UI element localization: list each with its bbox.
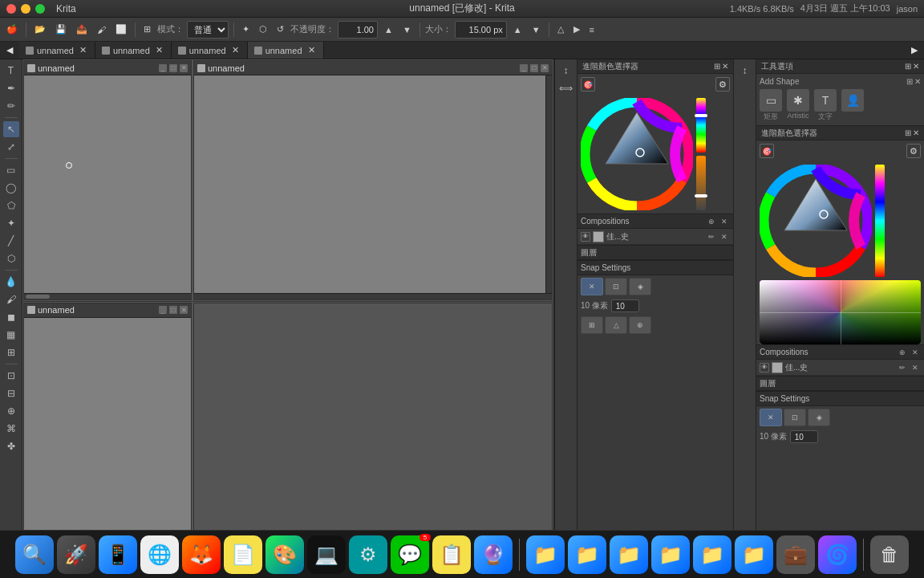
- comp-1-close[interactable]: ✕: [719, 216, 730, 227]
- dock-folder5[interactable]: 📁: [693, 535, 732, 574]
- shape-icon-rect[interactable]: ▭: [760, 89, 782, 112]
- tool-gradient[interactable]: ▦: [3, 327, 19, 343]
- dock-firefox[interactable]: 🦊: [182, 535, 221, 574]
- dock-briefcase[interactable]: 💼: [776, 535, 815, 574]
- layer-eye-2[interactable]: 👁: [760, 363, 769, 372]
- snap-btn-7[interactable]: ✕: [760, 409, 782, 426]
- open-button[interactable]: 📂: [31, 21, 49, 39]
- tool-options-expand[interactable]: ⊞: [905, 62, 911, 71]
- snap-btn-3[interactable]: ◈: [629, 278, 651, 295]
- new-button[interactable]: 🍎: [3, 21, 21, 39]
- compositions-2-header[interactable]: Compositions ⊕ ✕: [756, 345, 924, 360]
- dock-folder2[interactable]: 📁: [568, 535, 606, 574]
- tab-2-close[interactable]: ✕: [155, 46, 164, 55]
- dock-safari[interactable]: 🔮: [474, 535, 513, 574]
- snap-grid-size-input-2[interactable]: [790, 430, 818, 443]
- layer-2-btn-del[interactable]: ✕: [910, 362, 921, 373]
- color-pick-tool-2[interactable]: 🎯: [760, 144, 774, 158]
- maximize-button[interactable]: [35, 4, 45, 14]
- color-square-2[interactable]: [760, 280, 921, 344]
- extra-btn[interactable]: ≡: [586, 21, 598, 39]
- comp-2-btn1[interactable]: ⊕: [897, 347, 908, 358]
- mode-select[interactable]: 普通: [187, 21, 229, 39]
- comp-1-btn1[interactable]: ⊕: [706, 216, 717, 227]
- size-input[interactable]: [455, 21, 507, 39]
- tab-1-close[interactable]: ✕: [79, 46, 88, 55]
- dock-notes[interactable]: 📄: [224, 535, 262, 574]
- color-picker-1-expand[interactable]: ⊞: [714, 62, 720, 71]
- color-wheel-2[interactable]: [760, 165, 872, 277]
- rt-btn-2[interactable]: ⟺: [558, 80, 574, 96]
- tool-btn3[interactable]: ↺: [274, 21, 287, 39]
- dock-stickies[interactable]: 📋: [432, 535, 471, 574]
- layer-1-header[interactable]: 圖層: [578, 246, 733, 260]
- tool-path[interactable]: ✦: [3, 215, 19, 231]
- dock-krita[interactable]: 🎨: [265, 535, 304, 574]
- color-picker-2-close[interactable]: ✕: [913, 128, 919, 137]
- shape-text[interactable]: T 文字: [814, 89, 837, 122]
- tab-3[interactable]: unnamed ✕: [172, 42, 248, 59]
- minimize-button[interactable]: [21, 4, 30, 14]
- dock-app2[interactable]: 🌀: [818, 535, 857, 574]
- sat-slider-1[interactable]: [696, 156, 706, 210]
- snap-btn-5[interactable]: △: [605, 316, 627, 334]
- snap-btn-9[interactable]: ◈: [808, 409, 830, 426]
- snap-btn-1[interactable]: ✕: [581, 278, 603, 295]
- hue-slider-1[interactable]: [696, 98, 706, 153]
- tab-3-close[interactable]: ✕: [231, 46, 241, 55]
- play-btn[interactable]: ▶: [570, 21, 583, 39]
- dock-arduino[interactable]: ⚙: [349, 535, 387, 574]
- canvas-pane-2-maximize[interactable]: □: [530, 64, 538, 72]
- canvas-pane-2-body[interactable]: [194, 75, 552, 293]
- snap-btn-4[interactable]: ⊞: [581, 316, 603, 334]
- shape-artistic[interactable]: ✱ Artistic: [787, 89, 809, 122]
- canvas-pane-1-close[interactable]: ✕: [180, 64, 188, 72]
- brush-button[interactable]: 🖌: [94, 21, 109, 39]
- mid-btn-1[interactable]: ↕: [737, 63, 753, 79]
- tool-eyedropper[interactable]: 💧: [3, 274, 19, 290]
- tool-zoom[interactable]: ⊡: [3, 368, 19, 384]
- tab-2[interactable]: unnamed ✕: [95, 42, 172, 59]
- grid-btn[interactable]: ⊞: [140, 21, 154, 39]
- layer-item-2[interactable]: 👁 佳...史 ✏ ✕: [756, 360, 924, 376]
- dock-chrome[interactable]: 🌐: [140, 535, 179, 574]
- dock-trash[interactable]: 🗑: [870, 535, 909, 574]
- tool-select[interactable]: ↖: [3, 121, 19, 137]
- tool-fill[interactable]: ⬡: [3, 250, 19, 267]
- mirror-btn[interactable]: △: [554, 21, 567, 39]
- canvas-pane-4[interactable]: [193, 303, 553, 543]
- tool-btn2[interactable]: ⬡: [256, 21, 270, 39]
- canvas-pane-1-maximize[interactable]: □: [169, 64, 177, 72]
- dock-launchpad[interactable]: 🚀: [57, 535, 95, 574]
- tab-bar-arrow-left[interactable]: ◀: [0, 42, 19, 59]
- compositions-1-header[interactable]: Compositions ⊕ ✕: [578, 214, 733, 229]
- color-picker-2-expand[interactable]: ⊞: [905, 128, 911, 137]
- hue-slider-2[interactable]: [875, 165, 885, 277]
- color-pick-tool[interactable]: 🎯: [581, 77, 595, 92]
- snap-btn-8[interactable]: ⊡: [784, 409, 806, 426]
- tool-calligraphy[interactable]: ✏: [3, 98, 19, 114]
- tool-smart2[interactable]: ✤: [3, 438, 19, 454]
- shape-person[interactable]: 👤: [841, 89, 864, 122]
- tool-line[interactable]: ╱: [3, 233, 19, 249]
- shape-icon-text[interactable]: T: [814, 89, 837, 112]
- tool-options-close[interactable]: ✕: [913, 62, 919, 71]
- size-up[interactable]: ▲: [510, 21, 525, 39]
- canvas-pane-2-vscroll[interactable]: [545, 75, 552, 293]
- save-button[interactable]: 💾: [52, 21, 70, 39]
- tool-smart-patch[interactable]: ⊕: [3, 403, 19, 419]
- dock-folder1[interactable]: 📁: [526, 535, 565, 574]
- snap-settings-1-header[interactable]: Snap Settings: [578, 261, 733, 275]
- tool-text[interactable]: T: [3, 63, 19, 79]
- dock-line[interactable]: 💬 5: [391, 535, 429, 574]
- tool-square2[interactable]: ◼: [3, 309, 19, 325]
- btn2[interactable]: ⬜: [112, 21, 130, 39]
- tool-warp[interactable]: ⌘: [3, 421, 19, 437]
- layer-btn-edit[interactable]: ✏: [706, 231, 717, 242]
- color-wheel-1[interactable]: [581, 98, 693, 210]
- add-shape-btn1[interactable]: ⊞: [906, 77, 913, 86]
- close-button[interactable]: [6, 4, 16, 14]
- tool-ellipse[interactable]: ◯: [3, 180, 19, 196]
- tool-crop[interactable]: ⊟: [3, 385, 19, 401]
- tab-1[interactable]: unnamed ✕: [19, 42, 95, 59]
